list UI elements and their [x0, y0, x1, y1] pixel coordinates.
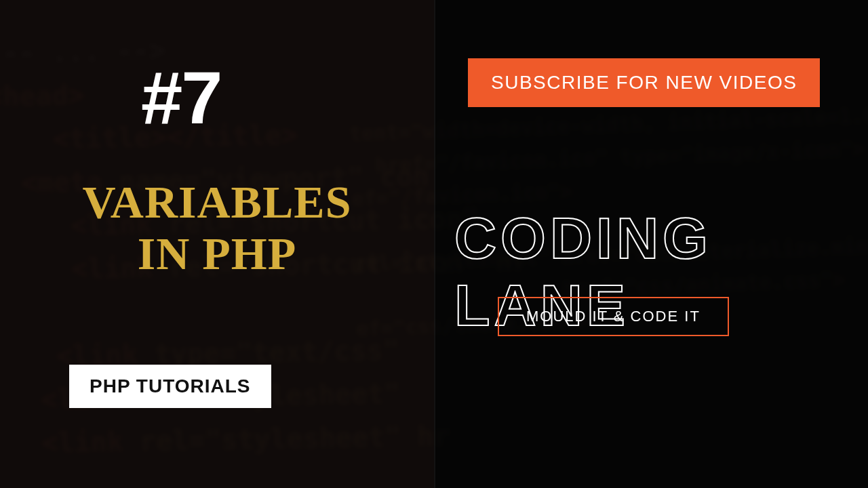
panel-divider: [434, 0, 435, 488]
right-panel: SUBSCRIBE FOR NEW VIDEOS CODING LANE MOU…: [434, 0, 868, 488]
video-title: VARIABLES IN PHP: [0, 176, 434, 279]
series-badge: PHP TUTORIALS: [69, 365, 271, 408]
subscribe-button[interactable]: SUBSCRIBE FOR NEW VIDEOS: [468, 58, 820, 107]
title-line-1: VARIABLES: [82, 176, 351, 228]
left-panel: #7 VARIABLES IN PHP PHP TUTORIALS: [0, 0, 434, 488]
title-line-2: IN PHP: [138, 228, 297, 279]
channel-tagline: MOULD IT & CODE IT: [498, 297, 729, 336]
episode-number: #7: [141, 54, 221, 140]
